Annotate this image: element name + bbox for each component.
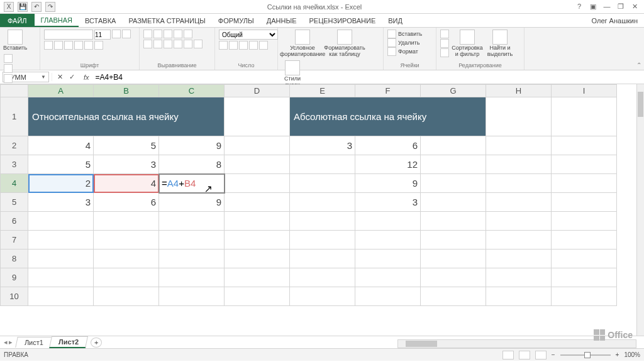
cell[interactable] bbox=[94, 287, 159, 306]
cell[interactable] bbox=[159, 268, 225, 287]
row-header[interactable]: 8 bbox=[1, 250, 28, 268]
tab-insert[interactable]: ВСТАВКА bbox=[79, 14, 122, 27]
cell[interactable] bbox=[225, 136, 290, 155]
column-header[interactable]: C bbox=[159, 85, 225, 97]
cell[interactable] bbox=[552, 268, 617, 287]
row-header[interactable]: 5 bbox=[1, 193, 28, 212]
collapse-ribbon-icon[interactable]: ⌃ bbox=[636, 62, 641, 69]
cell[interactable] bbox=[28, 287, 94, 306]
cell[interactable] bbox=[159, 287, 225, 306]
column-header[interactable]: F bbox=[355, 85, 421, 97]
align-top-icon[interactable] bbox=[143, 30, 152, 38]
cell[interactable] bbox=[486, 250, 552, 268]
zoom-out-icon[interactable]: − bbox=[552, 351, 555, 358]
cell[interactable] bbox=[355, 268, 421, 287]
cell[interactable] bbox=[486, 212, 552, 231]
indent-decrease-icon[interactable] bbox=[174, 40, 182, 48]
cell[interactable] bbox=[355, 212, 421, 231]
cell[interactable] bbox=[486, 287, 552, 306]
cell[interactable] bbox=[355, 250, 421, 268]
row-header[interactable]: 2 bbox=[1, 136, 28, 155]
row-header[interactable]: 4 bbox=[1, 174, 28, 193]
increase-decimal-icon[interactable] bbox=[249, 41, 258, 50]
cell[interactable] bbox=[225, 193, 290, 212]
font-size-input[interactable] bbox=[94, 30, 111, 40]
cell[interactable] bbox=[28, 268, 94, 287]
cell[interactable] bbox=[28, 250, 94, 268]
cell[interactable] bbox=[28, 212, 94, 231]
cell[interactable] bbox=[159, 212, 225, 231]
tab-review[interactable]: РЕЦЕНЗИРОВАНИЕ bbox=[303, 14, 382, 27]
maximize-icon[interactable]: ❐ bbox=[616, 3, 625, 11]
page-break-view-icon[interactable] bbox=[535, 351, 547, 359]
fill-color-icon[interactable] bbox=[84, 41, 93, 50]
cell[interactable] bbox=[290, 155, 355, 174]
grow-font-icon[interactable] bbox=[112, 30, 121, 38]
ribbon-options-icon[interactable]: ▣ bbox=[589, 3, 597, 11]
cell[interactable] bbox=[225, 155, 290, 174]
zoom-slider[interactable] bbox=[560, 354, 611, 356]
cell[interactable] bbox=[290, 231, 355, 250]
spreadsheet-grid[interactable]: A B C D E F G H I 1 Относительная ссылка… bbox=[0, 84, 644, 336]
help-icon[interactable]: ? bbox=[575, 3, 584, 11]
italic-icon[interactable] bbox=[54, 41, 63, 50]
tab-formulas[interactable]: ФОРМУЛЫ bbox=[212, 14, 260, 27]
align-right-icon[interactable] bbox=[164, 40, 172, 48]
tab-layout[interactable]: РАЗМЕТКА СТРАНИЦЫ bbox=[122, 14, 211, 27]
find-select-button[interactable]: Найти и выделить bbox=[486, 30, 514, 58]
cell[interactable] bbox=[94, 250, 159, 268]
cell[interactable] bbox=[421, 268, 486, 287]
column-header[interactable]: B bbox=[94, 85, 159, 97]
cell[interactable] bbox=[290, 193, 355, 212]
header-relative[interactable]: Относительная ссылка на ячейку bbox=[28, 97, 225, 136]
tab-view[interactable]: ВИД bbox=[382, 14, 409, 27]
cell[interactable] bbox=[421, 155, 486, 174]
cell[interactable] bbox=[421, 231, 486, 250]
cell[interactable]: 3 bbox=[290, 136, 355, 155]
cell[interactable] bbox=[421, 193, 486, 212]
save-icon[interactable]: 💾 bbox=[18, 2, 28, 12]
cut-icon[interactable] bbox=[4, 54, 13, 63]
zoom-in-icon[interactable]: + bbox=[616, 351, 619, 358]
align-left-icon[interactable] bbox=[143, 40, 152, 48]
tab-data[interactable]: ДАННЫЕ bbox=[260, 14, 303, 27]
fx-icon[interactable]: fx bbox=[80, 74, 93, 81]
cell[interactable] bbox=[486, 155, 552, 174]
cell[interactable] bbox=[94, 268, 159, 287]
column-header[interactable]: H bbox=[486, 85, 552, 97]
scrollbar-thumb[interactable] bbox=[406, 341, 437, 347]
vertical-scrollbar[interactable] bbox=[636, 84, 644, 336]
format-cells-button[interactable]: Формат bbox=[398, 48, 418, 55]
insert-cells-icon[interactable] bbox=[387, 30, 396, 38]
insert-cells-button[interactable]: Вставить bbox=[398, 31, 422, 37]
cell[interactable]: 12 bbox=[355, 155, 421, 174]
cell[interactable] bbox=[552, 287, 617, 306]
cell[interactable] bbox=[486, 268, 552, 287]
cell[interactable] bbox=[421, 174, 486, 193]
cell[interactable]: 6 bbox=[94, 193, 159, 212]
cell[interactable] bbox=[159, 231, 225, 250]
delete-cells-icon[interactable] bbox=[387, 38, 396, 47]
header-absolute[interactable]: Абсолютная ссылка на ячейку bbox=[290, 97, 486, 136]
cell[interactable]: 6 bbox=[355, 136, 421, 155]
column-header[interactable]: E bbox=[290, 85, 355, 97]
orientation-icon[interactable] bbox=[174, 30, 182, 38]
indent-increase-icon[interactable] bbox=[184, 40, 192, 48]
close-icon[interactable]: ✕ bbox=[630, 3, 639, 11]
format-as-table-button[interactable]: Форматировать как таблицу bbox=[326, 30, 364, 58]
wrap-text-icon[interactable] bbox=[184, 30, 192, 38]
align-middle-icon[interactable] bbox=[153, 30, 162, 38]
cell[interactable] bbox=[486, 174, 552, 193]
decrease-decimal-icon[interactable] bbox=[259, 41, 268, 50]
cell[interactable] bbox=[225, 231, 290, 250]
cell[interactable] bbox=[552, 136, 617, 155]
tab-home[interactable]: ГЛАВНАЯ bbox=[35, 14, 79, 27]
cell[interactable] bbox=[290, 287, 355, 306]
cell[interactable] bbox=[225, 97, 290, 136]
normal-view-icon[interactable] bbox=[502, 351, 514, 359]
cell[interactable] bbox=[421, 250, 486, 268]
bold-icon[interactable] bbox=[44, 41, 53, 50]
format-cells-icon[interactable] bbox=[387, 47, 396, 56]
font-color-icon[interactable] bbox=[94, 41, 103, 50]
cell[interactable] bbox=[421, 287, 486, 306]
